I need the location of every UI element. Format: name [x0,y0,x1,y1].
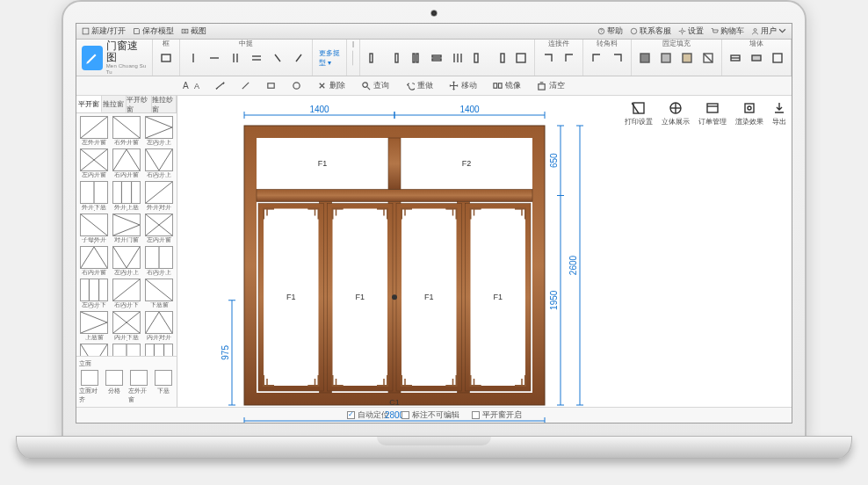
ribbon-tool[interactable] [408,50,423,66]
footer-swatch[interactable]: 立面对齐 [79,370,101,404]
menu-help[interactable]: ? 帮助 [597,25,623,37]
palette-item[interactable]: 左内开窗 [79,148,109,178]
palette-item[interactable]: 外开上悬窗 [112,181,141,211]
ribbon-tool[interactable] [471,50,487,66]
action-1[interactable]: 立体展示 [662,101,690,127]
svg-text:1400: 1400 [459,105,480,114]
tool-text[interactable]: AA [178,79,203,92]
app-name-cn: 门窗速图 [106,40,147,63]
palette-item[interactable]: 左内开窗 [144,214,174,243]
palette-item[interactable]: 内开对开窗 [144,311,174,341]
palette-item[interactable]: 右内开上悬窗 [144,148,174,178]
action-4[interactable]: 导出 [772,101,786,127]
sidebar-tab[interactable]: 平开纱窗 [127,96,152,112]
tool-dim[interactable] [212,79,228,92]
ribbon-tool[interactable] [589,50,604,66]
palette-item[interactable]: 右外开窗 [112,116,141,146]
ribbon-tool[interactable] [429,50,445,66]
palette-item[interactable]: 左内开上悬窗 [112,246,141,276]
tool-delete[interactable]: 删除 [314,78,349,93]
sidebar-tab[interactable]: 推拉窗 [102,96,127,112]
ribbon-group: 固定填充 [632,40,722,76]
canvas-area[interactable]: 打印设置立体展示订单管理渲染效果导出 F1F2F1F1F1F1C11400140… [177,96,792,407]
ribbon-tool[interactable] [291,50,307,66]
ribbon-tool[interactable] [561,50,577,66]
ribbon-tool[interactable] [700,50,716,66]
footer-swatch[interactable]: 分格 [104,370,126,404]
palette-item[interactable]: 子母外开窗 [79,214,109,243]
menu-settings[interactable]: 设置 [678,25,704,37]
tool-clear[interactable]: 清空 [533,78,568,93]
svg-line-70 [113,247,127,268]
ribbon-tool[interactable] [540,50,556,66]
ribbon-tool[interactable] [185,50,201,66]
ribbon-tool[interactable] [228,50,243,66]
palette-item[interactable]: 左外开窗 [79,116,109,146]
tool-line[interactable] [237,79,254,92]
svg-line-69 [94,247,107,268]
menu-cart[interactable]: 购物车 [711,25,744,37]
menu-new-open[interactable]: 新建/打开 [82,25,126,37]
palette-item[interactable]: 右内开下悬窗 [112,279,141,308]
palette-item[interactable]: 内开对开 [112,344,141,356]
ribbon-tool[interactable] [387,50,402,66]
palette-item[interactable]: 右内开窗 [79,246,109,276]
palette-item[interactable]: 上悬窗 [79,311,109,341]
menu-screenshot[interactable]: 截图 [181,25,206,37]
screen-bezel: 新建/打开 保存模型 截图 ? 帮助 [61,0,807,438]
action-3[interactable]: 渲染效果 [735,101,763,127]
palette-item[interactable]: 内开下悬窗 [112,311,141,341]
svg-point-118 [392,294,397,300]
palette-item[interactable]: 下悬窗 [144,279,174,308]
menu-save[interactable]: 保存模型 [133,25,174,37]
ribbon-tool[interactable] [365,50,381,66]
ribbon-tool[interactable] [450,50,466,66]
footer-swatch[interactable]: 下悬 [152,370,174,404]
tool-undo[interactable]: 重做 [401,78,437,93]
ribbon-tool[interactable] [492,50,508,66]
svg-rect-26 [474,54,478,62]
ribbon-tool[interactable] [513,50,529,66]
palette-item[interactable]: 右内开窗 [112,148,141,178]
svg-rect-93 [707,104,718,112]
ribbon-tool[interactable] [270,50,286,66]
ribbon-tool[interactable] [749,50,764,66]
sidebar-tab[interactable]: 推拉纱窗 [152,96,177,112]
app-name-en: Men Chuang Su Tu [106,63,147,75]
palette-item[interactable]: 左内开下悬窗 [79,279,109,308]
tool-rect[interactable] [263,79,279,92]
palette-item[interactable]: 内开对开 [79,344,109,356]
palette-item[interactable]: 内开对开 [144,344,174,356]
palette-item[interactable]: 对开门窗 [112,214,141,243]
tool-query[interactable]: 查询 [358,78,393,93]
ribbon-tool[interactable] [637,50,653,66]
palette-item[interactable]: 左内开上悬窗 [144,116,174,146]
palette-item[interactable]: 右内开上悬窗 [144,246,174,276]
window-palette: 左外开窗右外开窗左内开上悬窗左内开窗右内开窗右内开上悬窗外开下悬窗外开上悬窗外开… [76,113,177,356]
ribbon-tool[interactable] [206,50,222,66]
ribbon-tool[interactable] [610,50,626,66]
ribbon-tool[interactable] [727,50,743,66]
ribbon-tool[interactable] [679,50,695,66]
action-2[interactable]: 订单管理 [698,101,727,127]
ribbon-tool[interactable] [158,50,174,66]
palette-item[interactable]: 外开下悬窗 [79,181,109,211]
tool-mirror[interactable]: 镜像 [489,78,524,93]
svg-line-56 [127,149,140,170]
tool-move[interactable]: 移动 [445,78,481,93]
ribbon-tool[interactable] [658,50,674,66]
sidebar-tab[interactable]: 平开窗 [76,96,102,112]
action-0[interactable]: 打印设置 [625,101,653,127]
svg-line-76 [146,279,172,300]
menu-user[interactable]: 用户 [751,25,786,37]
menu-support[interactable]: 联系客服 [630,25,671,37]
ribbon-tool[interactable]: 更多挺型 ▾ [318,50,341,66]
ribbon-tool[interactable] [249,50,264,66]
palette-item[interactable]: 外开对开窗 [144,181,174,211]
app-screen: 新建/打开 保存模型 截图 ? 帮助 [76,23,792,423]
svg-text:F2: F2 [462,159,472,168]
ribbon-tool[interactable] [770,50,785,66]
svg-rect-19 [413,54,415,62]
tool-circle[interactable] [288,79,305,92]
footer-swatch[interactable]: 左外开窗 [128,370,150,404]
